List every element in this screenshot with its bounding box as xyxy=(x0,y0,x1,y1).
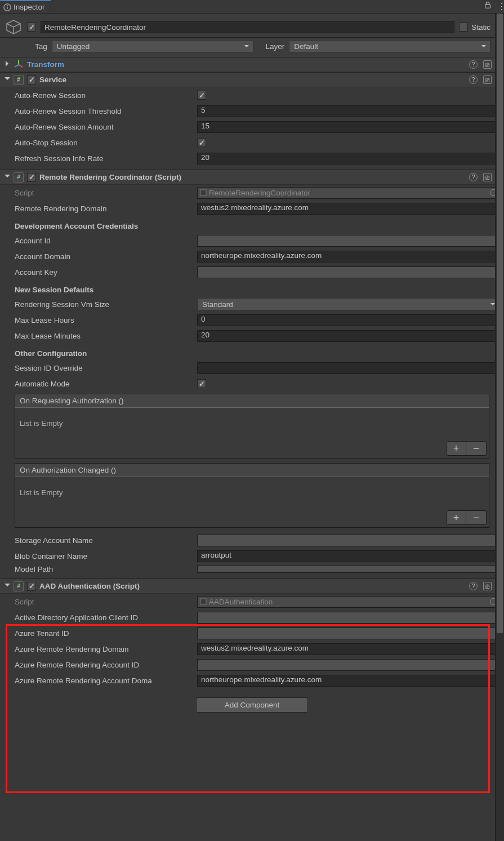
service-header[interactable]: # Service ? ⎚ xyxy=(0,72,504,87)
gameobject-name-input[interactable]: RemoteRenderingCoordinator xyxy=(41,21,454,33)
tab-title: Inspector xyxy=(14,3,45,11)
rrc-header[interactable]: # Remote Rendering Coordinator (Script) … xyxy=(0,170,504,185)
aad-arr-domain-input[interactable]: westus2.mixedreality.azure.com xyxy=(197,643,499,655)
svg-rect-7 xyxy=(200,190,206,195)
event-requesting-auth: On Requesting Authorization () List is E… xyxy=(15,394,489,459)
dev-creds-heading: Development Account Credentials xyxy=(0,216,504,233)
svg-rect-8 xyxy=(200,599,206,604)
rrc-enabled-checkbox[interactable] xyxy=(27,173,36,182)
tab-menu-icon[interactable] xyxy=(497,1,499,12)
event-remove-button[interactable]: − xyxy=(466,441,487,456)
gameobject-icon xyxy=(5,18,23,36)
auto-renew-amount-input[interactable]: 15 xyxy=(197,121,499,133)
service-foldout[interactable] xyxy=(5,77,10,83)
refresh-rate-label: Refresh Session Info Rate xyxy=(15,154,197,163)
service-enabled-checkbox[interactable] xyxy=(27,75,36,84)
svg-point-1 xyxy=(7,5,8,6)
max-hours-input[interactable]: 0 xyxy=(197,314,499,326)
account-key-input[interactable] xyxy=(197,266,499,278)
static-label: Static xyxy=(471,23,490,32)
event-add-button[interactable]: + xyxy=(446,441,466,456)
max-hours-label: Max Lease Hours xyxy=(15,316,197,324)
storage-account-label: Storage Account Name xyxy=(15,536,197,545)
aad-arr-account-domain-input[interactable]: northeurope.mixedreality.azure.com xyxy=(197,675,499,687)
auto-stop-checkbox[interactable] xyxy=(197,138,206,147)
scrollbar[interactable] xyxy=(495,14,504,841)
max-minutes-label: Max Lease Minutes xyxy=(15,332,197,340)
event-title: On Authorization Changed () xyxy=(15,464,489,477)
rr-domain-label: Remote Rendering Domain xyxy=(15,204,197,213)
model-path-input[interactable] xyxy=(197,565,499,573)
aad-foldout[interactable] xyxy=(5,584,10,589)
aad-header[interactable]: # AAD Authentication (Script) ? ⎚ xyxy=(0,579,504,594)
aad-arr-account-id-label: Azure Remote Rendering Account ID xyxy=(15,661,197,669)
session-override-input[interactable] xyxy=(197,362,499,374)
vm-size-dropdown[interactable]: Standard xyxy=(197,298,499,310)
aad-client-id-label: Active Directory Application Client ID xyxy=(15,613,197,622)
preset-icon[interactable]: ⎚ xyxy=(483,60,492,69)
script-icon: # xyxy=(14,172,24,183)
script-mini-icon xyxy=(200,189,207,196)
preset-icon[interactable]: ⎚ xyxy=(483,75,492,84)
gameobject-enabled-checkbox[interactable] xyxy=(27,23,36,32)
aad-tenant-id-input[interactable] xyxy=(197,628,499,639)
aad-tenant-id-label: Azure Tenant ID xyxy=(15,629,197,638)
event-add-button[interactable]: + xyxy=(446,510,466,525)
auto-renew-amount-label: Auto-Renew Session Amount xyxy=(15,123,197,131)
account-id-input[interactable] xyxy=(197,235,499,247)
help-icon[interactable]: ? xyxy=(469,60,478,69)
tag-label: Tag xyxy=(35,42,47,51)
event-auth-changed: On Authorization Changed () List is Empt… xyxy=(15,463,489,528)
help-icon[interactable]: ? xyxy=(469,173,478,181)
static-checkbox[interactable] xyxy=(459,23,468,32)
account-domain-label: Account Domain xyxy=(15,252,197,261)
preset-icon[interactable]: ⎚ xyxy=(483,173,492,181)
help-icon[interactable]: ? xyxy=(469,582,478,590)
script-icon: # xyxy=(14,75,24,85)
model-path-label: Model Path xyxy=(15,565,197,573)
layer-label: Layer xyxy=(266,42,285,51)
rrc-foldout[interactable] xyxy=(5,175,10,180)
transform-title: Transform xyxy=(27,60,466,69)
aad-script-field[interactable]: AADAuthentication xyxy=(197,596,499,608)
blob-container-label: Blob Container Name xyxy=(15,552,197,560)
aad-arr-account-domain-label: Azure Remote Rendering Account Doma xyxy=(15,677,197,685)
help-icon[interactable]: ? xyxy=(469,75,478,84)
event-remove-button[interactable]: − xyxy=(466,510,487,525)
session-defaults-heading: New Session Defaults xyxy=(0,280,504,296)
event-body: List is Empty xyxy=(15,408,489,439)
add-component-button[interactable]: Add Component xyxy=(196,697,309,713)
scrollbar-thumb[interactable] xyxy=(497,14,503,633)
tag-dropdown[interactable]: Untagged xyxy=(52,40,253,52)
lock-icon[interactable] xyxy=(484,1,492,9)
account-id-label: Account Id xyxy=(15,237,197,245)
svg-line-6 xyxy=(15,65,19,67)
script-field[interactable]: RemoteRenderingCoordinator xyxy=(197,187,499,199)
inspector-tab[interactable]: Inspector xyxy=(0,0,51,13)
svg-rect-2 xyxy=(7,6,7,8)
refresh-rate-input[interactable]: 20 xyxy=(197,153,499,164)
transform-foldout[interactable] xyxy=(5,62,10,68)
aad-arr-account-id-input[interactable] xyxy=(197,659,499,671)
svg-rect-3 xyxy=(485,5,490,8)
preset-icon[interactable]: ⎚ xyxy=(483,582,492,590)
svg-line-5 xyxy=(19,65,23,67)
automatic-mode-checkbox[interactable] xyxy=(197,379,206,388)
event-title: On Requesting Authorization () xyxy=(15,394,489,408)
auto-renew-threshold-input[interactable]: 5 xyxy=(197,105,499,117)
account-domain-input[interactable]: northeurope.mixedreality.azure.com xyxy=(197,251,499,262)
aad-enabled-checkbox[interactable] xyxy=(27,582,36,591)
max-minutes-input[interactable]: 20 xyxy=(197,330,499,342)
layer-dropdown[interactable]: Default xyxy=(289,40,490,52)
rr-domain-input[interactable]: westus2.mixedreality.azure.com xyxy=(197,203,499,215)
script-icon: # xyxy=(14,581,24,591)
blob-container-input[interactable]: arroutput xyxy=(197,550,499,562)
aad-client-id-input[interactable] xyxy=(197,612,499,624)
info-icon xyxy=(3,3,11,11)
transform-header[interactable]: Transform ? ⎚ xyxy=(0,57,504,72)
aad-title: AAD Authentication (Script) xyxy=(39,582,466,590)
auto-renew-checkbox[interactable] xyxy=(197,91,206,100)
event-body: List is Empty xyxy=(15,477,489,508)
storage-account-input[interactable] xyxy=(197,535,499,546)
account-key-label: Account Key xyxy=(15,268,197,277)
